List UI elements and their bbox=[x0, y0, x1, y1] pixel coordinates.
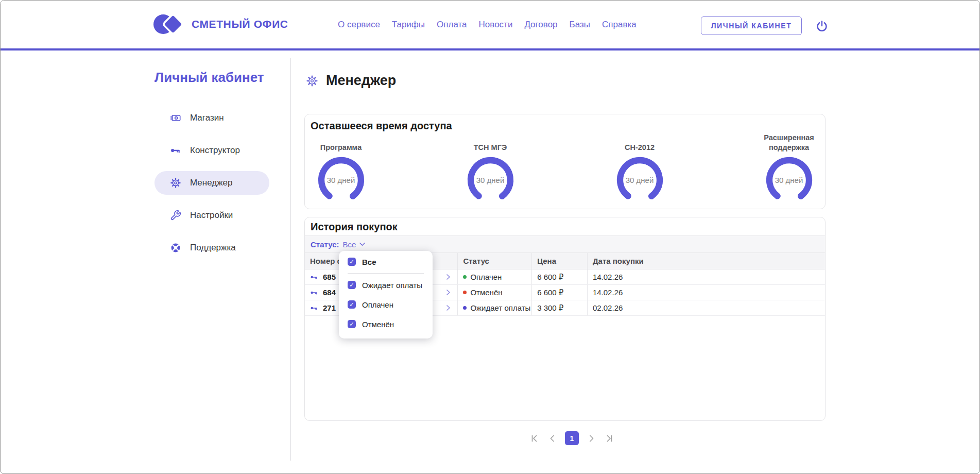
nav-about[interactable]: О сервисе bbox=[338, 20, 380, 30]
nav-bases[interactable]: Базы bbox=[570, 20, 590, 30]
history-card-title: История покупок bbox=[305, 217, 825, 236]
brand-logo[interactable]: СМЕТНЫЙ ОФИС bbox=[152, 11, 288, 38]
sidebar-divider bbox=[290, 58, 291, 461]
key-icon bbox=[310, 304, 318, 312]
chevron-down-icon bbox=[359, 242, 365, 246]
key-icon bbox=[310, 289, 318, 297]
sidebar-item-shop[interactable]: Магазин bbox=[154, 106, 269, 130]
dropdown-option-all[interactable]: Все bbox=[348, 256, 376, 267]
price: 3 300 ₽ bbox=[531, 300, 587, 315]
gauge-extended-support: Расширенная поддержка 30 дней bbox=[743, 131, 835, 205]
price: 6 600 ₽ bbox=[531, 269, 587, 284]
status-label: Оплачен bbox=[470, 273, 502, 281]
gauge-ring: 30 дней bbox=[317, 156, 366, 205]
nav-news[interactable]: Новости bbox=[479, 20, 513, 30]
key-icon bbox=[170, 145, 181, 156]
col-header-price: Цена bbox=[531, 253, 587, 269]
main-content: Менеджер Оставшееся время доступа Програ… bbox=[304, 57, 826, 469]
gauge-ring: 30 дней bbox=[765, 156, 814, 205]
dropdown-option-label: Отменён bbox=[362, 320, 394, 329]
checkbox-checked-icon[interactable] bbox=[348, 258, 356, 266]
gauge-label: ТСН МГЭ bbox=[474, 143, 507, 153]
nav-tariffs[interactable]: Тарифы bbox=[392, 20, 425, 30]
gauge-value: 30 дней bbox=[615, 156, 664, 205]
col-header-date: Дата покупки bbox=[587, 253, 825, 269]
gauge-value: 30 дней bbox=[317, 156, 366, 205]
checkbox-checked-icon[interactable] bbox=[348, 281, 356, 289]
dropdown-option-cancelled[interactable]: Отменён bbox=[348, 318, 394, 330]
sidebar-item-constructor[interactable]: Конструктор bbox=[154, 139, 269, 162]
wrench-icon bbox=[170, 210, 181, 221]
gauge-ring: 30 дней bbox=[615, 156, 664, 205]
gauge-value: 30 дней bbox=[466, 156, 515, 205]
sidebar-item-support[interactable]: Поддержка bbox=[154, 236, 269, 260]
status-label: Ожидает оплаты bbox=[470, 303, 530, 312]
checkbox-checked-icon[interactable] bbox=[348, 320, 356, 328]
last-page-icon[interactable] bbox=[604, 433, 615, 444]
gauge-label: Программа bbox=[320, 143, 362, 153]
lifebuoy-icon bbox=[170, 242, 181, 253]
main-nav: О сервисе Тарифы Оплата Новости Договор … bbox=[338, 1, 637, 48]
price: 6 600 ₽ bbox=[531, 285, 587, 300]
gauge-program: Программа 30 дней bbox=[295, 131, 387, 205]
dropdown-option-label: Ожидает оплаты bbox=[362, 281, 422, 290]
chevron-right-icon[interactable] bbox=[446, 304, 451, 311]
power-icon[interactable] bbox=[815, 19, 830, 33]
banknote-icon bbox=[170, 112, 181, 124]
pagination: 1 bbox=[529, 431, 615, 445]
gauge-tsn-mge: ТСН МГЭ 30 дней bbox=[444, 131, 537, 205]
sidebar-item-settings[interactable]: Настройки bbox=[154, 204, 269, 227]
nav-payment[interactable]: Оплата bbox=[437, 20, 467, 30]
gauge-label: СН-2012 bbox=[625, 143, 655, 153]
key-icon bbox=[310, 273, 318, 281]
access-time-card: Оставшееся время доступа Программа 30 дн… bbox=[304, 114, 826, 209]
gear-icon bbox=[306, 75, 318, 87]
col-header-status: Статус bbox=[457, 253, 531, 269]
nav-contract[interactable]: Договор bbox=[524, 20, 557, 30]
status-dot bbox=[463, 275, 467, 279]
invoice-number: 684 bbox=[323, 288, 336, 297]
gauge-sn-2012: СН-2012 30 дней bbox=[593, 131, 686, 205]
gauge-ring: 30 дней bbox=[466, 156, 515, 205]
current-page[interactable]: 1 bbox=[565, 431, 579, 445]
account-button[interactable]: ЛИЧНЫЙ КАБИНЕТ bbox=[701, 16, 802, 35]
prev-page-icon[interactable] bbox=[547, 433, 558, 444]
top-header: СМЕТНЫЙ ОФИС О сервисе Тарифы Оплата Нов… bbox=[1, 1, 979, 50]
dropdown-option-label: Оплачен bbox=[362, 300, 393, 309]
chevron-right-icon[interactable] bbox=[446, 274, 451, 280]
purchase-date: 14.02.26 bbox=[587, 269, 825, 284]
status-dot bbox=[463, 306, 467, 310]
invoice-number: 685 bbox=[323, 273, 336, 281]
dropdown-option-paid[interactable]: Оплачен bbox=[348, 299, 393, 310]
status-filter-dropdown: Все Ожидает оплаты Оплачен Отменён bbox=[339, 251, 433, 338]
access-card-title: Оставшееся время доступа bbox=[311, 120, 452, 132]
status-filter-value: Все bbox=[343, 240, 356, 249]
brand-name: СМЕТНЫЙ ОФИС bbox=[192, 18, 288, 30]
dropdown-option-label: Все bbox=[362, 258, 376, 266]
app-window: СМЕТНЫЙ ОФИС О сервисе Тарифы Оплата Нов… bbox=[0, 0, 980, 474]
dropdown-option-pending[interactable]: Ожидает оплаты bbox=[348, 279, 422, 291]
invoice-number: 271 bbox=[323, 303, 336, 312]
status-label: Отменён bbox=[470, 288, 502, 297]
sidebar-item-label: Менеджер bbox=[190, 178, 232, 188]
sidebar-item-label: Конструктор bbox=[190, 145, 240, 156]
page-title-text: Менеджер bbox=[326, 73, 396, 89]
chevron-right-icon[interactable] bbox=[446, 289, 451, 296]
checkbox-checked-icon[interactable] bbox=[348, 300, 356, 309]
brand-logo-icon bbox=[152, 11, 184, 38]
sidebar-item-manager[interactable]: Менеджер bbox=[154, 171, 269, 195]
gauge-value: 30 дней bbox=[765, 156, 814, 205]
nav-help[interactable]: Справка bbox=[602, 20, 637, 30]
sidebar-item-label: Поддержка bbox=[190, 243, 236, 253]
status-dot bbox=[463, 291, 467, 294]
sidebar-item-label: Настройки bbox=[190, 210, 233, 221]
status-filter-label: Статус: bbox=[311, 240, 339, 249]
first-page-icon[interactable] bbox=[529, 433, 540, 444]
sidebar: Личный кабинет Магазин Констру bbox=[152, 57, 276, 464]
gauge-label: Расширенная поддержка bbox=[753, 133, 825, 153]
gear-icon bbox=[170, 177, 181, 189]
purchase-date: 02.02.26 bbox=[587, 300, 825, 315]
sidebar-title: Личный кабинет bbox=[154, 70, 264, 86]
sidebar-item-label: Магазин bbox=[190, 113, 224, 123]
next-page-icon[interactable] bbox=[586, 433, 597, 444]
